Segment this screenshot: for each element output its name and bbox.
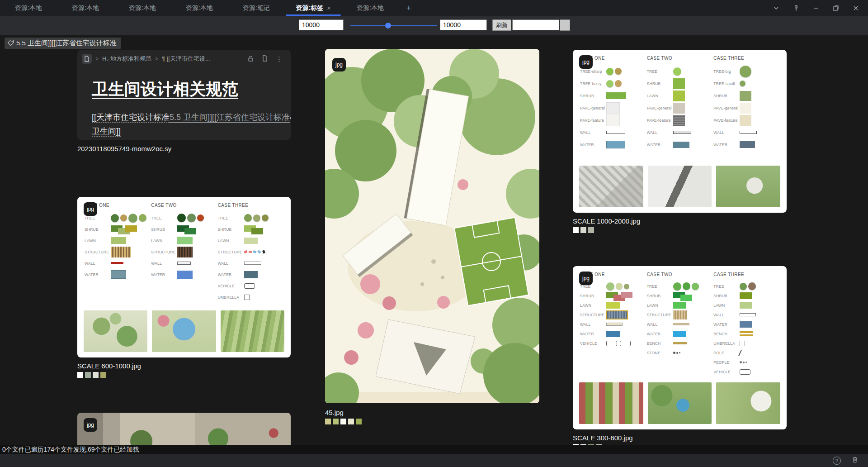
tag-filter-label: 5.5 卫生间]][[江苏省住宅设计标准 — [16, 39, 117, 48]
help-icon[interactable]: ? — [833, 457, 841, 465]
legend-row: SHRUB — [580, 90, 647, 102]
filter-input[interactable] — [512, 19, 559, 30]
legend-row-label: LAWN — [580, 303, 606, 308]
legend-swatch — [244, 262, 261, 265]
legend-row-label: SHRUB — [713, 94, 740, 98]
legend-row-label: SHRUB — [647, 81, 673, 86]
image-card-45[interactable]: jpg — [325, 49, 539, 403]
jpg-badge: jpg — [84, 418, 97, 432]
file-name: 20230118095749-momw2oc.sy — [77, 145, 171, 152]
file-name: SCALE 300-600.jpg — [573, 434, 633, 442]
legend-row: SHRUB — [647, 77, 714, 90]
legend-swatch — [673, 293, 692, 299]
note-actions: ⋮ — [247, 55, 285, 63]
legend-row: WATER — [580, 138, 647, 151]
max-value-input[interactable] — [440, 19, 487, 30]
color-swatches — [573, 227, 787, 233]
breadcrumb-item[interactable]: ¶ [[天津市住宅设... — [162, 55, 210, 63]
legend-column: CASE THREETREESHRUBLAWNWALLWATERBENCHUMB… — [713, 272, 780, 376]
legend-swatch — [606, 341, 633, 346]
file-caption: 20230118095749-momw2oc.sy — [77, 145, 291, 152]
tab-6[interactable]: 资源:本地 — [342, 0, 399, 16]
breadcrumb-item[interactable]: H₂ 地方标准和规范 — [102, 55, 151, 63]
legend-row-label: WATER — [218, 272, 244, 277]
legend-swatch — [673, 323, 689, 325]
tag-filter-chip[interactable]: 5.5 卫生间]][[江苏省住宅设计标准 — [5, 38, 121, 49]
note-card[interactable]: > H₂ 地方标准和规范 > ¶ [[天津市住宅设... ⋮ 卫生间设计相关规范… — [77, 50, 291, 140]
pin-icon[interactable] — [788, 2, 804, 14]
preview-thumbnail — [648, 382, 712, 424]
legend-row-label: TREE-small — [713, 81, 740, 86]
legend-row: TREE — [151, 212, 217, 224]
legend-swatch — [740, 282, 757, 290]
tab-5[interactable]: 资源:标签× — [285, 0, 342, 16]
tab-4[interactable]: 资源:笔记 — [228, 0, 285, 16]
close-icon[interactable] — [848, 2, 863, 14]
tab-1[interactable]: 资源:本地 — [57, 0, 114, 16]
legend-swatch — [606, 114, 620, 126]
tab-bar: 资源:本地资源:本地资源:本地资源:本地资源:笔记资源:标签×资源:本地+ — [0, 0, 868, 16]
status-bar: 0个文件已遍历174个文件发现,69个文件已经加载 — [0, 445, 868, 454]
legend-row: VEHICLE — [580, 338, 647, 348]
legend-row: PAVE-feature — [713, 114, 780, 126]
legend-swatch — [177, 247, 193, 257]
new-tab-button[interactable]: + — [399, 0, 419, 16]
legend-row-label: PAVE-feature — [647, 118, 673, 123]
legend-swatch — [673, 103, 685, 114]
legend-row: STONE — [647, 348, 714, 357]
legend-swatch — [606, 293, 632, 299]
slider-thumb[interactable] — [385, 23, 391, 29]
note-body: [[天津市住宅设计标准5.5 卫生间]][[江苏省住宅设计标准4.5卫生间]] — [92, 110, 276, 138]
legend-row: VEHICLE — [713, 367, 780, 376]
image-card-scale-600-1000[interactable]: jpgCASE ONETREESHRUBLAWNSTRUCTUREWALLWAT… — [77, 197, 291, 357]
legend-swatch — [111, 247, 131, 257]
note-text-segment[interactable]: 5.5 卫生间]][[江苏省住宅设计标准 — [170, 113, 290, 122]
tab-label: 资源:本地 — [15, 4, 42, 12]
legend-swatch — [606, 80, 623, 87]
maximize-icon[interactable] — [828, 2, 844, 14]
legend-row-label: UMBRELLA — [713, 341, 740, 346]
unlock-icon[interactable] — [247, 55, 254, 63]
preview-thumbnail — [579, 166, 643, 207]
legend-row: TREE-fuzzy — [580, 77, 647, 90]
legend-swatch — [244, 214, 270, 222]
legend-row: WATER — [218, 269, 284, 280]
apply-button[interactable] — [560, 19, 570, 31]
legend-swatch — [177, 271, 193, 279]
tab-list: 资源:本地资源:本地资源:本地资源:本地资源:笔记资源:标签×资源:本地+ — [0, 0, 419, 16]
tab-3[interactable]: 资源:本地 — [171, 0, 228, 16]
trash-icon[interactable] — [852, 456, 858, 465]
color-swatches — [77, 372, 291, 378]
more-options-icon[interactable]: ⋮ — [276, 56, 283, 62]
image-card-scale-300-600[interactable]: jpgCASE ONETREESHRUBLAWNSTRUCTUREWALLWAT… — [573, 266, 787, 429]
legend-swatch — [244, 251, 267, 253]
legend-row-label: LAWN — [647, 94, 673, 98]
image-card-scale-1000-2000[interactable]: jpgCASE ONETREE-sharpTREE-fuzzySHRUBPAVE… — [573, 50, 787, 213]
color-swatch — [573, 227, 579, 233]
tab-close-icon[interactable]: × — [327, 5, 330, 12]
file-icon[interactable] — [262, 55, 268, 63]
legend-row: TREE-small — [713, 77, 780, 90]
file-name: 45.jpg — [325, 409, 344, 416]
legend-swatch — [606, 302, 620, 309]
legend-row-label: SHRUB — [713, 294, 740, 298]
tab-0[interactable]: 资源:本地 — [0, 0, 57, 16]
min-value-input[interactable] — [299, 19, 344, 30]
image-card-partial[interactable]: jpg — [77, 413, 291, 445]
range-slider[interactable] — [350, 21, 437, 29]
legend-row-label: PAVE-feature — [713, 118, 740, 123]
legend-swatch — [740, 91, 751, 101]
legend-row: WATER — [85, 269, 151, 280]
chevron-right-icon: > — [155, 56, 158, 62]
file-name: SCALE 600-1000.jpg — [77, 362, 141, 370]
legend-row-label: STRUCTURE — [647, 313, 673, 317]
legend-swatch — [244, 226, 263, 233]
chevron-down-icon[interactable] — [769, 2, 784, 14]
preview-thumbnail — [221, 310, 284, 352]
legend-swatch — [673, 142, 689, 148]
legend-row-label: WALL — [580, 130, 606, 135]
minimize-icon[interactable] — [808, 2, 824, 14]
tab-2[interactable]: 资源:本地 — [114, 0, 171, 16]
legend-row: PAVE-feature — [647, 114, 714, 126]
refresh-button[interactable]: 刷新 — [492, 19, 511, 31]
